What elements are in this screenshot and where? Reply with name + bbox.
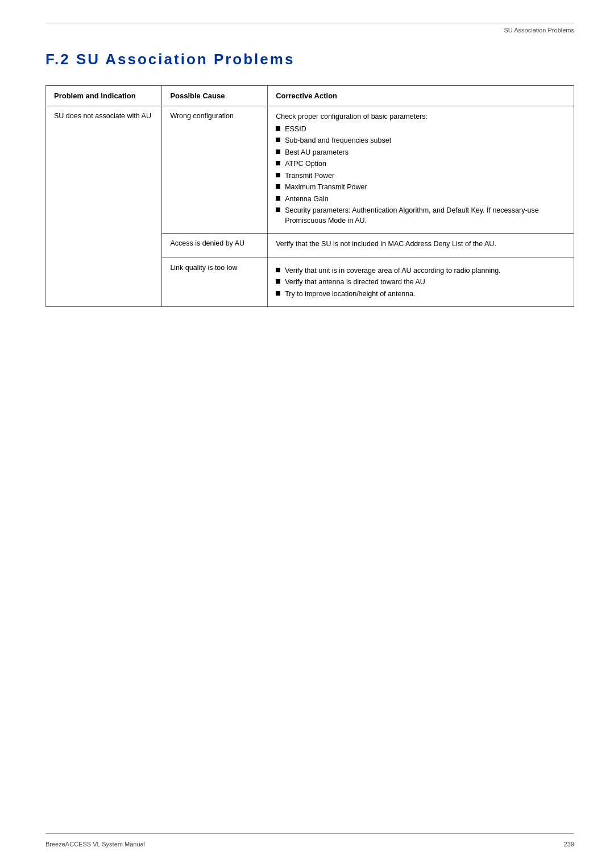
bullet-text: Security parameters: Authentication Algo… [285,206,566,226]
cell-problem: SU does not associate with AU [46,106,162,307]
bullet-text: Verify that antenna is directed toward t… [285,277,425,288]
footer-rule [45,833,574,834]
bullet-text: ESSID [285,124,306,135]
list-item: ATPC Option [276,159,566,169]
cell-action: Check proper configuration of basic para… [268,106,574,234]
page-title: F.2 SU Association Problems [45,51,574,68]
bullet-icon [276,161,280,165]
action-intro: Verify that the SU is not included in MA… [276,239,566,250]
list-item: Antenna Gain [276,194,566,205]
col-header-problem: Problem and Indication [46,86,162,106]
bullet-icon [276,196,280,201]
bullet-icon [276,126,280,131]
bullet-icon [276,138,280,142]
bullet-text: Best AU parameters [285,148,349,158]
bullet-list: Verify that unit is in coverage area of … [276,266,566,300]
footer-page-number: 239 [564,841,574,848]
bullet-text: Sub-band and frequencies subset [285,136,391,146]
footer-line: BreezeACCESS VL System Manual 239 [45,841,574,848]
header-line: SU Association Problems [45,27,574,34]
cell-action: Verify that the SU is not included in MA… [268,234,574,258]
footer-manual-name: BreezeACCESS VL System Manual [45,841,145,848]
cell-action: Verify that unit is in coverage area of … [268,258,574,307]
bullet-text: ATPC Option [285,159,326,169]
list-item: Maximum Transmit Power [276,182,566,193]
list-item: Best AU parameters [276,148,566,158]
bullet-icon [276,268,280,272]
bullet-text: Antenna Gain [285,194,328,205]
cell-cause: Access is denied by AU [162,234,268,258]
bullet-icon [276,184,280,189]
list-item: Security parameters: Authentication Algo… [276,206,566,226]
action-intro: Check proper configuration of basic para… [276,112,566,122]
list-item: Verify that unit is in coverage area of … [276,266,566,276]
bullet-text: Maximum Transmit Power [285,182,367,193]
bullet-icon [276,291,280,296]
cell-cause: Wrong configuration [162,106,268,234]
bullet-icon [276,279,280,284]
col-header-action: Corrective Action [268,86,574,106]
bullet-icon [276,173,280,177]
list-item: Transmit Power [276,171,566,181]
list-item: Sub-band and frequencies subset [276,136,566,146]
header-section-title: SU Association Problems [504,27,575,34]
list-item: ESSID [276,124,566,135]
cell-cause: Link quality is too low [162,258,268,307]
col-header-cause: Possible Cause [162,86,268,106]
table-header-row: Problem and Indication Possible Cause Co… [46,86,574,106]
list-item: Try to improve location/height of antenn… [276,289,566,300]
bullet-text: Try to improve location/height of antenn… [285,289,416,300]
table-row: SU does not associate with AUWrong confi… [46,106,574,234]
main-table: Problem and Indication Possible Cause Co… [45,85,574,307]
bullet-text: Transmit Power [285,171,334,181]
bullet-text: Verify that unit is in coverage area of … [285,266,500,276]
bullet-list: ESSIDSub-band and frequencies subsetBest… [276,124,566,226]
list-item: Verify that antenna is directed toward t… [276,277,566,288]
header-rule [45,23,574,23]
bullet-icon [276,149,280,154]
page-container: SU Association Problems F.2 SU Associati… [0,0,614,868]
bullet-icon [276,207,280,212]
